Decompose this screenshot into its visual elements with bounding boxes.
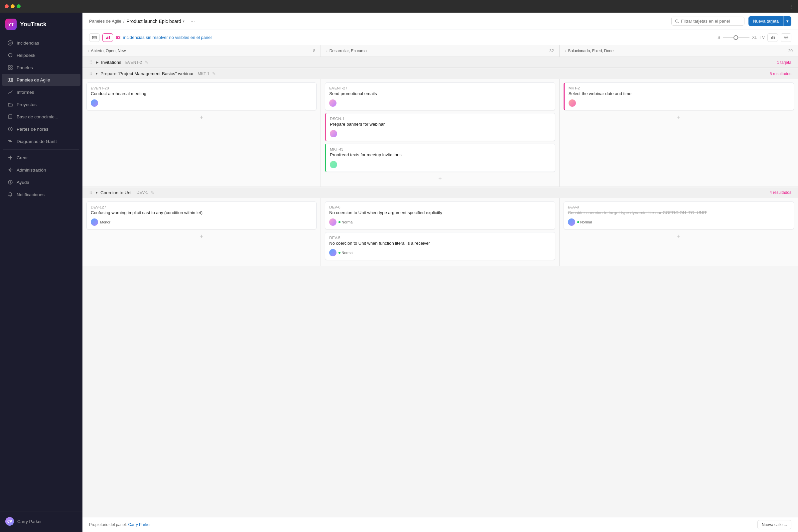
card-event-27[interactable]: EVENT-27 Send promotional emails — [325, 82, 555, 110]
card-title: No coercion to Unit when function litera… — [329, 241, 551, 246]
webinar-col-open: EVENT-28 Conduct a rehearsal meeting + — [82, 79, 321, 187]
svg-point-1 — [8, 54, 12, 57]
epic-id-webinar: MKT-1 — [197, 72, 209, 76]
sidebar-item-label: Ayuda — [17, 180, 29, 185]
columns-icon — [7, 77, 13, 83]
priority-badge: Menor — [100, 220, 110, 224]
sidebar-item-paneles-agile[interactable]: Paneles de Agile — [2, 74, 80, 86]
sidebar-item-ayuda[interactable]: Ayuda — [2, 176, 80, 188]
epic-edit-icon-webinar[interactable]: ✎ — [212, 71, 216, 76]
main-content: Paneles de Agile / Product launch Epic b… — [82, 13, 798, 532]
add-card-button[interactable]: + — [564, 113, 794, 122]
col-label-dev: Desarrollar, En curso — [329, 49, 367, 53]
priority-label: Normal — [341, 220, 353, 224]
epic-toggle-coercion[interactable]: ▾ — [96, 191, 98, 195]
card-dev-5[interactable]: DEV-5 No coercion to Unit when function … — [325, 232, 555, 260]
avatar — [330, 130, 337, 137]
card-dev-127[interactable]: DEV-127 Confusing warning implicit cast … — [87, 202, 317, 229]
size-slider[interactable] — [723, 37, 749, 38]
drag-handle-icon: ⠿ — [89, 60, 92, 65]
sidebar-item-base[interactable]: Base de conocimie... — [2, 111, 80, 123]
fullscreen-button[interactable] — [17, 4, 21, 8]
add-card-button[interactable]: + — [325, 174, 555, 183]
dropdown-icon[interactable]: ▾ — [183, 19, 185, 24]
svg-rect-12 — [9, 141, 12, 142]
coercion-col-open: DEV-127 Confusing warning implicit cast … — [82, 198, 321, 266]
col-chevron-done[interactable]: ‹ — [565, 49, 566, 53]
board-footer: Propietario del panel: Carry Parker Nuev… — [82, 517, 798, 532]
epic-edit-icon-coercion[interactable]: ✎ — [151, 190, 154, 195]
col-label-done: Solucionado, Fixed, Done — [568, 49, 613, 53]
sidebar-item-label: Administración — [17, 168, 46, 173]
col-count-done: 20 — [788, 49, 793, 53]
coercion-col-done: DEV-8 Consider coercion to target type d… — [559, 198, 798, 266]
header-more-button[interactable]: ⋯ — [189, 19, 197, 24]
sidebar-item-partes[interactable]: Partes de horas — [2, 123, 80, 135]
sidebar-item-incidencias[interactable]: Incidencias — [2, 37, 80, 49]
footer-owner-name[interactable]: Carry Parker — [128, 522, 151, 527]
new-card-dropdown[interactable]: ▾ — [783, 16, 791, 26]
sidebar-item-label: Paneles — [17, 65, 33, 70]
card-footer — [329, 99, 551, 107]
add-card-button[interactable]: + — [87, 113, 317, 122]
question-icon — [7, 179, 13, 185]
headset-icon — [7, 52, 13, 58]
chart-filter-button[interactable] — [102, 33, 113, 42]
priority-label: Normal — [580, 220, 592, 224]
epic-edit-icon-invitations[interactable]: ✎ — [145, 60, 148, 65]
col-chevron-dev[interactable]: ‹ — [326, 49, 327, 53]
search-input[interactable] — [681, 19, 740, 24]
priority-badge: Normal — [339, 251, 353, 255]
avatar — [329, 99, 337, 107]
card-dev-6[interactable]: DEV-6 No coercion to Unit when type argu… — [325, 202, 555, 229]
card-dsgn-1[interactable]: DSGN-1 Prepare banners for webinar — [325, 113, 555, 141]
webinar-col-dev: EVENT-27 Send promotional emails DSGN-1 … — [321, 79, 559, 187]
sidebar-logo[interactable]: YT YouTrack — [0, 13, 82, 35]
close-button[interactable] — [5, 4, 8, 8]
minimize-button[interactable] — [11, 4, 15, 8]
book-icon — [7, 114, 13, 120]
new-card-button[interactable]: Nueva tarjeta — [748, 16, 783, 26]
sidebar-item-diagramas[interactable]: Diagramas de Gantt — [2, 135, 80, 147]
card-footer: Normal — [329, 249, 551, 256]
user-profile[interactable]: CP Carry Parker — [0, 514, 82, 529]
size-control: S XL TV — [718, 35, 765, 40]
settings-button[interactable] — [781, 33, 791, 42]
card-footer: Menor — [91, 218, 312, 226]
new-street-button[interactable]: Nueva calle ... — [757, 520, 791, 529]
settings-icon — [784, 35, 788, 40]
breadcrumb-parent[interactable]: Paneles de Agile — [89, 19, 121, 24]
svg-rect-5 — [11, 68, 12, 70]
email-filter-button[interactable] — [89, 33, 100, 42]
sidebar-item-informes[interactable]: Informes — [2, 86, 80, 98]
epic-header-webinar: ⠿ ▾ Prepare "Project Management Basics" … — [82, 69, 798, 79]
epic-toggle-webinar[interactable]: ▾ — [96, 72, 98, 76]
sidebar-item-label: Informes — [17, 90, 34, 95]
new-card-button-group: Nueva tarjeta ▾ — [748, 16, 791, 26]
sidebar-item-admin[interactable]: Administración — [2, 164, 80, 176]
priority-label: Normal — [341, 251, 353, 255]
card-mkt-43[interactable]: MKT-43 Proofread texts for meetup invita… — [325, 144, 555, 172]
epic-header-invitations: ⠿ ▶ Invitations EVENT-2 ✎ 1 tarjeta — [82, 57, 798, 68]
card-event-28[interactable]: EVENT-28 Conduct a rehearsal meeting — [87, 82, 317, 110]
svg-rect-22 — [773, 36, 773, 39]
email-icon — [92, 35, 97, 40]
chart-view-button[interactable] — [767, 33, 778, 42]
sidebar-item-helpdesk[interactable]: Helpdesk — [2, 49, 80, 61]
sidebar-item-notificaciones[interactable]: Notificaciones — [2, 189, 80, 201]
card-dev-8[interactable]: DEV-8 Consider coercion to target type d… — [564, 202, 794, 229]
sidebar-item-paneles[interactable]: Paneles — [2, 61, 80, 74]
sidebar-collapse-button[interactable]: Contraer — [0, 529, 82, 532]
size-xl-label: XL — [752, 35, 757, 40]
window-more-icon[interactable]: ⋮ — [789, 4, 793, 9]
col-chevron-open[interactable]: ‹ — [88, 49, 89, 53]
add-card-button[interactable]: + — [564, 232, 794, 241]
epic-toggle-invitations[interactable]: ▶ — [96, 60, 98, 64]
card-mkt-2[interactable]: MKT-2 Select the webinar date and time — [564, 82, 794, 110]
sidebar-item-proyectos[interactable]: Proyectos — [2, 98, 80, 110]
svg-point-13 — [10, 169, 11, 171]
col-header-open: ‹ Abierto, Open, New 8 — [82, 45, 321, 57]
epic-name-invitations: Invitations — [101, 60, 121, 65]
sidebar-item-crear[interactable]: Crear — [2, 152, 80, 164]
add-card-button[interactable]: + — [87, 232, 317, 241]
